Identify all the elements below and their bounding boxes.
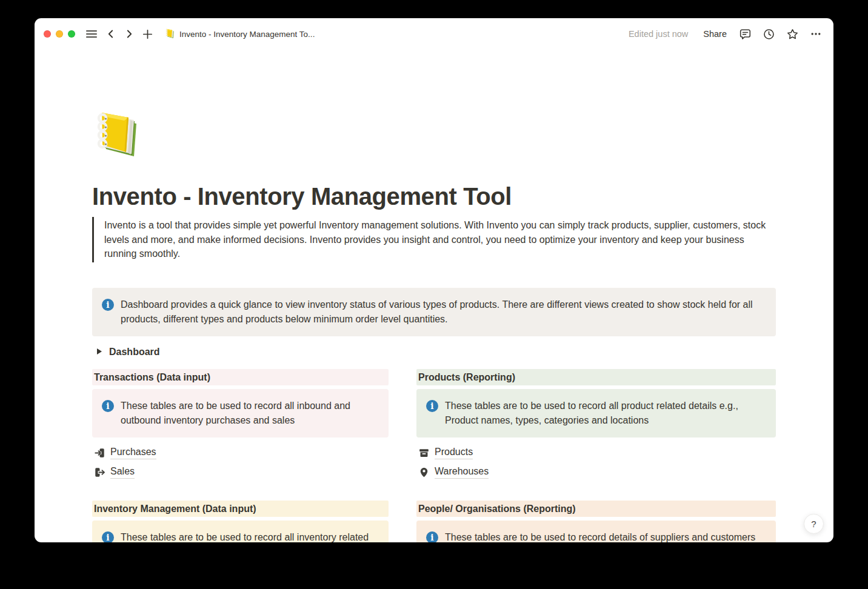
clock-icon [763, 28, 775, 40]
transactions-callout-text: These tables are to be used to record al… [121, 399, 379, 428]
minimize-window-button[interactable] [56, 30, 63, 38]
section-products: Products (Reporting) i These tables are … [416, 369, 776, 482]
location-pin-icon [419, 467, 429, 478]
info-icon: i [426, 400, 438, 412]
columns-row-1: Transactions (Data input) i These tables… [92, 369, 776, 482]
dashboard-toggle[interactable]: Dashboard [92, 344, 776, 361]
close-window-button[interactable] [44, 30, 51, 38]
breadcrumb[interactable]: Invento - Inventory Management To... [165, 28, 315, 40]
comments-button[interactable] [737, 26, 753, 42]
page-icon-ledger-notebook[interactable] [93, 108, 141, 156]
info-icon: i [102, 531, 114, 543]
more-options-button[interactable] [808, 26, 824, 42]
page-link-purchases[interactable]: Purchases [92, 444, 389, 463]
section-header-products: Products (Reporting) [416, 369, 776, 385]
section-inventory-management: Inventory Management (Data input) i Thes… [92, 501, 389, 543]
chevron-left-icon [106, 29, 116, 39]
ellipsis-icon [810, 28, 821, 39]
favorite-button[interactable] [784, 26, 800, 42]
products-callout-text: These tables are to be used to record al… [445, 399, 766, 428]
ledger-notebook-icon [165, 28, 175, 40]
purchases-link[interactable]: Purchases [110, 447, 156, 459]
new-tab-button[interactable] [139, 26, 155, 42]
sales-link[interactable]: Sales [110, 466, 135, 479]
section-people-organisations: People/ Organisations (Reporting) i Thes… [416, 501, 776, 543]
forward-button[interactable] [121, 26, 137, 42]
people-organisations-callout-text: These tables are to be used to record de… [445, 530, 755, 543]
dashboard-callout: i Dashboard provides a quick glance to v… [92, 288, 776, 336]
inventory-management-callout-text: These tables are to be used to record al… [121, 530, 379, 543]
titlebar-actions: Edited just now Share [629, 26, 824, 42]
dashboard-callout-text: Dashboard provides a quick glance to vie… [121, 298, 766, 327]
products-callout: i These tables are to be used to record … [416, 389, 776, 438]
comment-bubble-icon [739, 28, 751, 40]
transactions-links: Purchases Sales [92, 444, 389, 482]
dashboard-toggle-label: Dashboard [109, 347, 160, 358]
plus-icon [142, 29, 153, 39]
svg-text:i: i [430, 401, 433, 411]
updates-button[interactable] [761, 26, 776, 42]
columns-row-2: Inventory Management (Data input) i Thes… [92, 501, 776, 543]
info-icon: i [102, 400, 114, 412]
people-organisations-callout: i These tables are to be used to record … [416, 521, 776, 543]
sidebar-menu-button[interactable] [84, 26, 99, 42]
page-link-sales[interactable]: Sales [92, 463, 389, 482]
archive-box-icon [419, 448, 429, 458]
products-links: Products Warehouses [416, 444, 776, 482]
svg-text:i: i [430, 533, 433, 542]
info-icon: i [426, 531, 438, 543]
intro-quote: Invento is a tool that provides simple y… [92, 217, 776, 262]
warehouses-link[interactable]: Warehouses [435, 466, 489, 479]
page-title: Invento - Inventory Management Tool [92, 182, 776, 211]
hamburger-icon [86, 29, 97, 39]
back-button[interactable] [103, 26, 119, 42]
page-link-products[interactable]: Products [416, 444, 776, 463]
page-link-warehouses[interactable]: Warehouses [416, 463, 776, 482]
exit-door-icon [95, 467, 105, 478]
transactions-callout: i These tables are to be used to record … [92, 389, 389, 438]
section-header-people-organisations: People/ Organisations (Reporting) [416, 501, 776, 517]
titlebar: Invento - Inventory Management To... Edi… [35, 18, 833, 50]
share-button[interactable]: Share [701, 28, 729, 40]
history-nav [103, 26, 155, 42]
page-content: Invento - Inventory Management Tool Inve… [35, 50, 833, 542]
svg-text:i: i [106, 401, 109, 411]
traffic-lights [44, 30, 75, 38]
section-header-transactions: Transactions (Data input) [92, 369, 389, 385]
info-icon: i [102, 299, 114, 311]
star-icon [787, 28, 798, 40]
section-transactions: Transactions (Data input) i These tables… [92, 369, 389, 482]
edited-status: Edited just now [629, 29, 688, 39]
notion-window: Invento - Inventory Management To... Edi… [35, 18, 833, 542]
section-header-inventory-management: Inventory Management (Data input) [92, 501, 389, 517]
enter-door-icon [95, 448, 105, 458]
products-link[interactable]: Products [435, 447, 473, 459]
zoom-window-button[interactable] [68, 30, 75, 38]
inventory-management-callout: i These tables are to be used to record … [92, 521, 389, 543]
toggle-triangle-icon [96, 347, 102, 358]
svg-text:i: i [106, 300, 109, 310]
chevron-right-icon [124, 29, 134, 39]
svg-text:i: i [106, 533, 109, 542]
help-button[interactable]: ? [804, 514, 824, 534]
tab-title-text: Invento - Inventory Management To... [179, 30, 315, 39]
